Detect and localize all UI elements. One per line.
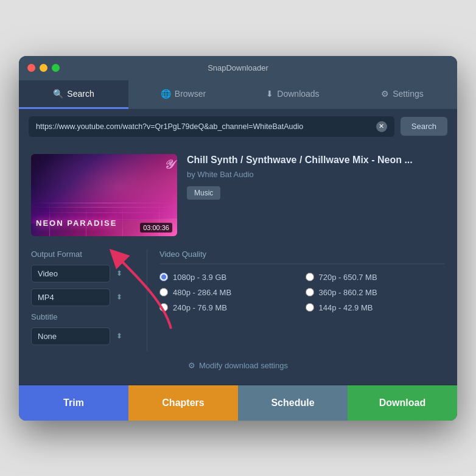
titlebar: SnapDownloader: [19, 56, 457, 80]
quality-360p-radio[interactable]: [306, 288, 314, 296]
quality-144p-radio[interactable]: [306, 303, 314, 312]
url-clear-button[interactable]: ✕: [376, 121, 387, 132]
chapters-button[interactable]: Chapters: [128, 385, 238, 421]
download-button[interactable]: Download: [348, 385, 457, 421]
search-tab-label: Search: [67, 89, 94, 99]
close-button[interactable]: [27, 64, 35, 72]
format-select-wrap: Video Audio MP3 ⬍: [31, 265, 135, 282]
quality-480p[interactable]: 480p - 286.4 MB: [159, 288, 299, 297]
trim-button[interactable]: Trim: [19, 385, 128, 421]
format-select[interactable]: Video Audio MP3: [31, 265, 110, 282]
quality-720p-radio[interactable]: [306, 273, 314, 281]
quality-1080p[interactable]: 1080p - 3.9 GB: [159, 273, 299, 282]
subtitle-select[interactable]: None English: [31, 327, 110, 345]
quality-144p[interactable]: 144p - 42.9 MB: [306, 303, 446, 312]
thumbnail-duration: 03:00:36: [140, 223, 172, 233]
quality-240p-label: 240p - 76.9 MB: [173, 303, 227, 312]
downloads-tab-label: Downloads: [277, 89, 319, 99]
settings-tab-label: Settings: [393, 89, 424, 99]
schedule-button[interactable]: Schedule: [238, 385, 348, 421]
container-select[interactable]: MP4 MKV AVI: [31, 289, 110, 306]
subtitle-select-arrow: ⬍: [116, 332, 122, 340]
video-info: 𝒴 NEON PARADISE 03:00:36 Chill Synth / S…: [31, 154, 445, 236]
browser-tab-label: Browser: [175, 89, 206, 99]
quality-720p[interactable]: 720p - 650.7 MB: [306, 273, 446, 282]
tab-search[interactable]: 🔍 Search: [19, 80, 128, 109]
video-tag: Music: [187, 186, 220, 200]
container-select-arrow: ⬍: [116, 293, 122, 301]
maximize-button[interactable]: [52, 64, 60, 72]
video-thumbnail: 𝒴 NEON PARADISE 03:00:36: [31, 154, 177, 236]
subtitle-select-wrap: None English ⬍: [31, 327, 135, 345]
output-format-label: Output Format: [31, 250, 135, 259]
quality-240p[interactable]: 240p - 76.9 MB: [159, 303, 299, 312]
tab-downloads[interactable]: ⬇ Downloads: [238, 80, 348, 109]
browser-tab-icon: 🌐: [161, 89, 171, 99]
video-author: by White Bat Audio: [187, 170, 445, 179]
left-options: Output Format Video Audio MP3 ⬍ MP4 MKV: [31, 250, 147, 351]
search-bar: ✕ Search: [19, 109, 457, 144]
video-meta: Chill Synth / Synthwave / Chillwave Mix …: [187, 154, 445, 236]
content-area: 𝒴 NEON PARADISE 03:00:36 Chill Synth / S…: [19, 144, 457, 385]
bottom-bar: Trim Chapters Schedule Download: [19, 385, 457, 421]
options-area: Output Format Video Audio MP3 ⬍ MP4 MKV: [31, 250, 445, 351]
settings-tab-icon: ⚙: [381, 89, 389, 99]
url-input[interactable]: [36, 122, 371, 131]
gear-icon: ⚙: [188, 361, 195, 370]
tab-settings[interactable]: ⚙ Settings: [348, 80, 457, 109]
right-options: Video Quality 1080p - 3.9 GB 720p - 650.…: [147, 250, 445, 351]
app-window: SnapDownloader 🔍 Search 🌐 Browser ⬇ Down…: [19, 56, 457, 421]
modify-settings-label: Modify download settings: [199, 361, 288, 370]
video-title: Chill Synth / Synthwave / Chillwave Mix …: [187, 154, 445, 167]
thumbnail-logo: 𝒴: [164, 158, 172, 172]
minimize-button[interactable]: [40, 64, 47, 72]
modify-settings[interactable]: ⚙ Modify download settings: [31, 351, 445, 375]
container-select-wrap: MP4 MKV AVI ⬍: [31, 289, 135, 306]
search-tab-icon: 🔍: [53, 89, 63, 99]
quality-480p-radio[interactable]: [159, 288, 168, 296]
quality-360p[interactable]: 360p - 860.2 MB: [306, 288, 446, 297]
quality-grid: 1080p - 3.9 GB 720p - 650.7 MB 480p - 28…: [159, 273, 445, 312]
quality-1080p-radio[interactable]: [159, 273, 168, 281]
quality-1080p-label: 1080p - 3.9 GB: [173, 273, 226, 282]
app-title: SnapDownloader: [208, 63, 268, 72]
format-select-arrow: ⬍: [116, 269, 122, 278]
video-quality-label: Video Quality: [159, 250, 445, 264]
quality-144p-label: 144p - 42.9 MB: [319, 303, 373, 312]
url-input-container: ✕: [29, 116, 394, 137]
search-button[interactable]: Search: [401, 117, 447, 136]
thumbnail-neon-text: NEON PARADISE: [36, 219, 117, 228]
quality-480p-label: 480p - 286.4 MB: [173, 288, 231, 297]
window-controls: [27, 64, 60, 72]
quality-720p-label: 720p - 650.7 MB: [319, 273, 377, 282]
tab-browser[interactable]: 🌐 Browser: [128, 80, 238, 109]
options-section: Output Format Video Audio MP3 ⬍ MP4 MKV: [31, 250, 445, 351]
nav-tabs: 🔍 Search 🌐 Browser ⬇ Downloads ⚙ Setting…: [19, 80, 457, 109]
downloads-tab-icon: ⬇: [266, 89, 273, 99]
subtitle-label: Subtitle: [31, 312, 135, 321]
quality-240p-radio[interactable]: [159, 303, 168, 312]
quality-360p-label: 360p - 860.2 MB: [319, 288, 377, 297]
